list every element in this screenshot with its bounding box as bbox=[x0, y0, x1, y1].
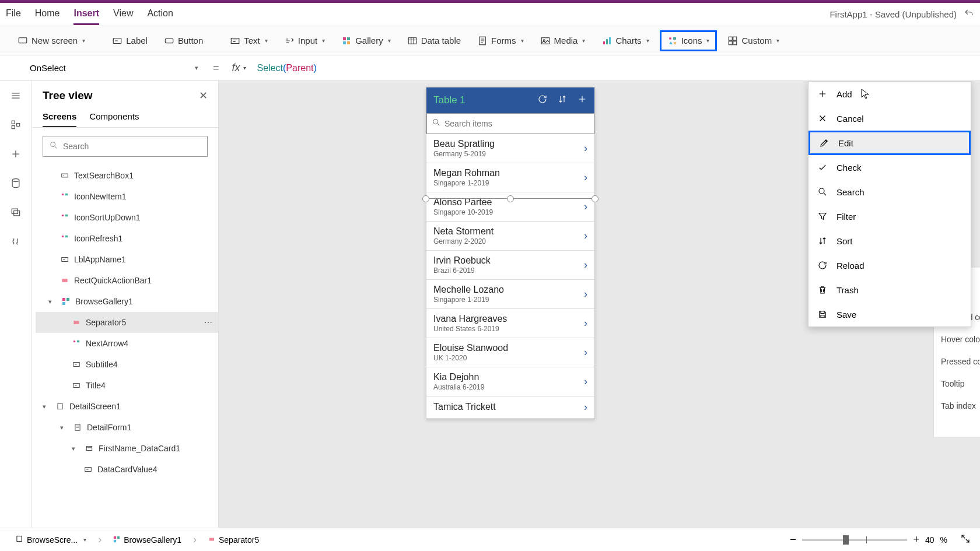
selection-handles[interactable] bbox=[422, 198, 598, 201]
undo-icon[interactable] bbox=[964, 8, 974, 20]
tree-node-lblappname[interactable]: LblAppName1 bbox=[36, 249, 218, 270]
icon-option-sort[interactable]: Sort bbox=[808, 229, 971, 253]
chevron-down-icon[interactable]: ▾ bbox=[43, 403, 51, 410]
icon-option-edit[interactable]: Edit bbox=[808, 131, 971, 155]
chevron-right-icon[interactable]: › bbox=[584, 201, 587, 213]
list-item[interactable]: Ivana HargreavesUnited States 6-2019› bbox=[426, 309, 594, 338]
chevron-right-icon[interactable]: › bbox=[584, 288, 587, 300]
icon-option-check[interactable]: Check bbox=[808, 155, 971, 180]
ribbon-gallery[interactable]: Gallery▾ bbox=[335, 32, 397, 50]
menu-file[interactable]: File bbox=[6, 3, 21, 25]
tree-node-detailscreen[interactable]: ▾DetailScreen1 bbox=[36, 396, 218, 417]
insert-icon[interactable] bbox=[9, 148, 22, 160]
icon-option-trash[interactable]: Trash bbox=[808, 278, 971, 302]
tree-search-input[interactable] bbox=[63, 142, 201, 151]
tree-node-datacardvalue[interactable]: DataCardValue4 bbox=[36, 459, 218, 480]
crumb-browsegallery[interactable]: BrowseGallery1 bbox=[107, 533, 187, 547]
tree-node-iconsortupdown[interactable]: IconSortUpDown1 bbox=[36, 207, 218, 228]
ribbon-new-screen[interactable]: New screen▾ bbox=[12, 32, 91, 50]
menu-insert[interactable]: Insert bbox=[74, 3, 99, 25]
more-icon[interactable]: ⋯ bbox=[204, 318, 212, 327]
chevron-down-icon[interactable]: ▾ bbox=[72, 445, 80, 452]
add-icon[interactable] bbox=[577, 94, 587, 107]
tree-node-browsegallery[interactable]: ▾BrowseGallery1 bbox=[36, 291, 218, 312]
menu-action[interactable]: Action bbox=[147, 3, 173, 25]
list-item[interactable]: Mechelle LozanoSingapore 1-2019› bbox=[426, 280, 594, 309]
ribbon-text[interactable]: Text▾ bbox=[224, 32, 274, 50]
prop-tab-index[interactable]: Tab index bbox=[941, 395, 980, 417]
ribbon-icons[interactable]: Icons▾ bbox=[660, 30, 718, 51]
ribbon-data-table[interactable]: Data table bbox=[401, 32, 467, 50]
prop-pressed-color[interactable]: Pressed color bbox=[941, 350, 980, 373]
list-item[interactable]: Irvin RoebuckBrazil 6-2019› bbox=[426, 251, 594, 280]
ribbon-forms[interactable]: Forms▾ bbox=[471, 32, 530, 50]
prop-tooltip[interactable]: Tooltip bbox=[941, 373, 980, 395]
crumb-separator5[interactable]: Separator5 bbox=[202, 533, 265, 547]
list-item[interactable]: Beau SpratlingGermany 5-2019› bbox=[426, 134, 594, 163]
app-preview[interactable]: Table 1 Beau SpratlingGermany 5-2019›Meg… bbox=[426, 87, 595, 419]
chevron-right-icon[interactable]: › bbox=[584, 401, 587, 413]
list-item[interactable]: Kia DejohnAustralia 6-2019› bbox=[426, 367, 594, 396]
menu-view[interactable]: View bbox=[113, 3, 133, 25]
close-icon[interactable]: ✕ bbox=[199, 89, 208, 102]
list-item[interactable]: Megan RohmanSingapore 1-2019› bbox=[426, 163, 594, 192]
tree-node-iconnewitem[interactable]: IconNewItem1 bbox=[36, 186, 218, 207]
icon-option-add[interactable]: Add bbox=[808, 82, 971, 106]
tree-node-rectquickaction[interactable]: RectQuickActionBar1 bbox=[36, 270, 218, 291]
chevron-right-icon[interactable]: › bbox=[584, 375, 587, 388]
tree-node-iconrefresh[interactable]: IconRefresh1 bbox=[36, 228, 218, 249]
chevron-right-icon[interactable]: › bbox=[584, 230, 587, 242]
menu-home[interactable]: Home bbox=[35, 3, 60, 25]
app-search-box[interactable] bbox=[426, 113, 594, 134]
tree-view-icon[interactable] bbox=[9, 118, 22, 131]
chevron-right-icon[interactable]: › bbox=[584, 259, 587, 271]
tree-node-subtitle[interactable]: Subtitle4 bbox=[36, 354, 218, 375]
icon-option-filter[interactable]: Filter bbox=[808, 204, 971, 229]
zoom-in-button[interactable]: + bbox=[913, 534, 919, 546]
formula-input[interactable]: Select(Parent) bbox=[251, 62, 980, 73]
crumb-browsescreen[interactable]: BrowseScre...▾ bbox=[9, 532, 92, 547]
property-selector[interactable]: OnSelect▾ bbox=[22, 58, 206, 79]
ribbon-button[interactable]: Button bbox=[158, 32, 209, 50]
media-rail-icon[interactable] bbox=[9, 206, 22, 219]
fullscreen-icon[interactable] bbox=[960, 534, 971, 546]
icon-option-search[interactable]: Search bbox=[808, 180, 971, 204]
canvas[interactable]: Table 1 Beau SpratlingGermany 5-2019›Meg… bbox=[219, 81, 980, 528]
icon-option-cancel[interactable]: Cancel bbox=[808, 106, 971, 131]
ribbon-custom[interactable]: Custom▾ bbox=[722, 32, 785, 50]
list-item[interactable]: Neta StormentGermany 2-2020› bbox=[426, 222, 594, 251]
tree-node-separator5[interactable]: Separator5⋯ bbox=[36, 312, 218, 333]
ribbon-input[interactable]: Input▾ bbox=[278, 32, 331, 50]
app-search-input[interactable] bbox=[444, 119, 589, 128]
icon-option-reload[interactable]: Reload bbox=[808, 253, 971, 278]
tree-node-title[interactable]: Title4 bbox=[36, 375, 218, 396]
tree-node-nextarrow[interactable]: NextArrow4 bbox=[36, 333, 218, 354]
tree-node-firstname-datacard[interactable]: ▾FirstName_DataCard1 bbox=[36, 438, 218, 459]
tree-node-textsearchbox[interactable]: TextSearchBox1 bbox=[36, 165, 218, 186]
chevron-right-icon[interactable]: › bbox=[584, 346, 587, 359]
tab-screens[interactable]: Screens bbox=[43, 107, 76, 127]
zoom-slider[interactable] bbox=[802, 539, 907, 541]
ribbon-media[interactable]: Media▾ bbox=[534, 32, 592, 50]
ribbon-charts[interactable]: Charts▾ bbox=[596, 32, 654, 50]
prop-hover-color[interactable]: Hover color bbox=[941, 328, 980, 350]
tree-search-box[interactable] bbox=[43, 136, 208, 157]
chevron-right-icon[interactable]: › bbox=[584, 317, 587, 329]
tree-body[interactable]: TextSearchBox1 IconNewItem1 IconSortUpDo… bbox=[32, 165, 218, 528]
tab-components[interactable]: Components bbox=[89, 107, 139, 127]
advanced-icon[interactable] bbox=[9, 235, 22, 248]
zoom-out-button[interactable]: − bbox=[790, 533, 797, 546]
list-item[interactable]: Tamica Trickett› bbox=[426, 396, 594, 419]
data-icon[interactable] bbox=[9, 177, 22, 189]
chevron-down-icon[interactable]: ▾ bbox=[60, 424, 68, 431]
list-item[interactable]: Elouise StanwoodUK 1-2020› bbox=[426, 338, 594, 367]
fx-icon[interactable]: fx▾ bbox=[226, 62, 251, 74]
tree-node-detailform[interactable]: ▾DetailForm1 bbox=[36, 417, 218, 438]
icon-option-save[interactable]: Save bbox=[808, 302, 971, 327]
chevron-right-icon[interactable]: › bbox=[584, 142, 587, 155]
ribbon-label[interactable]: Label bbox=[106, 32, 153, 50]
hamburger-icon[interactable] bbox=[9, 89, 22, 102]
chevron-right-icon[interactable]: › bbox=[584, 171, 587, 184]
chevron-down-icon[interactable]: ▾ bbox=[48, 298, 57, 306]
sort-icon[interactable] bbox=[557, 94, 568, 107]
